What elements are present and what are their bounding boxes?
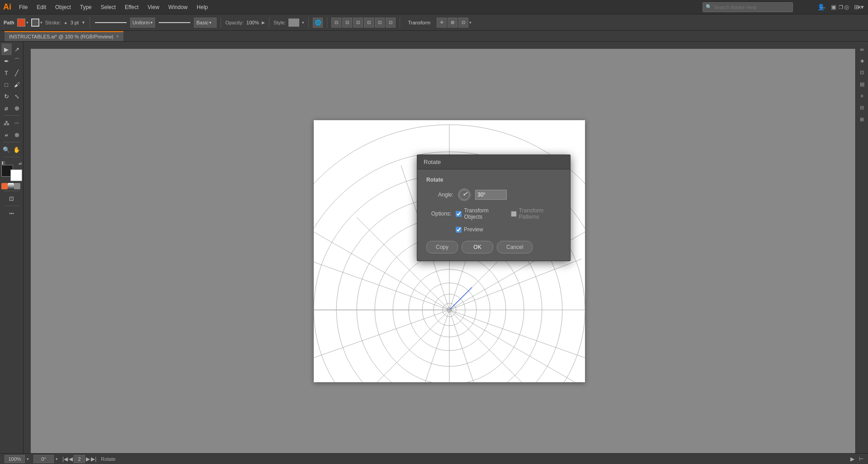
- artboard-tool[interactable]: ⊡: [1, 192, 22, 204]
- maximize-button[interactable]: ❐: [832, 0, 850, 14]
- blend-tool[interactable]: ⊗: [12, 129, 22, 141]
- rp-btn4[interactable]: ▤: [857, 79, 868, 89]
- transform-icon2[interactable]: ⊞: [448, 18, 458, 28]
- stroke-value[interactable]: 3 pt: [71, 20, 79, 25]
- transform-objects-option[interactable]: Transform Objects: [456, 207, 504, 220]
- curvature-tool[interactable]: ⌒: [12, 55, 22, 67]
- selection-tool[interactable]: ▶: [1, 43, 12, 55]
- last-page-btn[interactable]: ▶|: [91, 456, 96, 462]
- cancel-button[interactable]: Cancel: [497, 241, 533, 253]
- ok-button[interactable]: OK: [462, 241, 493, 253]
- globe-icon[interactable]: 🌐: [313, 18, 323, 28]
- page-number-input[interactable]: [74, 455, 85, 463]
- none-btn[interactable]: [14, 183, 20, 189]
- warp-tool[interactable]: ⌀: [1, 102, 12, 114]
- rectangle-tool[interactable]: □: [1, 79, 12, 90]
- transform-patterns-option[interactable]: Transform Patterns: [511, 207, 561, 220]
- gradient-btn[interactable]: [8, 183, 14, 189]
- preview-row: Preview: [426, 226, 561, 233]
- menu-effect[interactable]: Effect: [120, 0, 143, 14]
- stroke-basic-dropdown[interactable]: Basic▾: [194, 18, 217, 28]
- align-center-icon[interactable]: ⊡: [342, 18, 352, 28]
- transform-arrow[interactable]: ▾: [469, 20, 472, 25]
- prev-page-btn[interactable]: ◀: [69, 456, 73, 462]
- stroke-uniform-dropdown[interactable]: Uniform▾: [130, 18, 156, 28]
- play-button[interactable]: ▶: [850, 456, 854, 462]
- swatch-area: ◧ ⇌: [1, 160, 22, 181]
- angle-input-status[interactable]: [33, 455, 54, 463]
- rotate-section-label: Rotate: [426, 177, 561, 183]
- document-filename: INSTRUCTABLES.ai* @ 100 % (RGB/Preview): [9, 34, 113, 39]
- align-middle-icon[interactable]: ⊡: [375, 18, 385, 28]
- menu-help[interactable]: Help: [192, 0, 212, 14]
- symbol-sprayer-tool[interactable]: ⁂: [1, 117, 12, 129]
- timeline-nav[interactable]: ⊢: [859, 456, 863, 462]
- angle-input[interactable]: [475, 190, 507, 200]
- rp-btn2[interactable]: ◈: [857, 55, 868, 66]
- menu-object[interactable]: Object: [51, 0, 75, 14]
- minimize-button[interactable]: —: [814, 0, 832, 14]
- stroke-swatch[interactable]: [31, 19, 39, 27]
- opacity-expand-icon[interactable]: ▶: [262, 20, 265, 25]
- tab-close-button[interactable]: ×: [116, 34, 119, 39]
- line-tool[interactable]: ╱: [12, 67, 22, 79]
- rp-btn7[interactable]: ⊞: [857, 114, 868, 125]
- close-button[interactable]: ✕: [850, 0, 868, 14]
- zoom-tool[interactable]: 🔍: [1, 144, 12, 155]
- eyedropper-tool[interactable]: 𝒶: [1, 129, 12, 141]
- stroke-down-icon[interactable]: ▼: [81, 20, 85, 25]
- stroke-up-icon[interactable]: ▲: [64, 20, 68, 25]
- swatch-swap-icon[interactable]: ⇌: [19, 161, 22, 166]
- menu-select[interactable]: Select: [96, 0, 120, 14]
- copy-button[interactable]: Copy: [426, 241, 458, 253]
- transform-objects-checkbox[interactable]: [456, 211, 462, 217]
- fill-swatch[interactable]: [17, 19, 25, 27]
- swatch-reset-icon[interactable]: ◧: [1, 160, 5, 165]
- rect-icon: □: [5, 81, 8, 88]
- color-fill-btn[interactable]: [1, 183, 8, 189]
- transform-icon1[interactable]: ✛: [437, 18, 447, 28]
- background-swatch[interactable]: [10, 169, 22, 181]
- rp-btn6[interactable]: ⊟: [857, 102, 868, 113]
- stroke-color-control[interactable]: ▾: [31, 19, 42, 27]
- rotate-tool[interactable]: ↻: [1, 90, 12, 102]
- menu-edit[interactable]: Edit: [32, 0, 51, 14]
- warp-tools: ⌀ ⊕: [1, 102, 22, 114]
- menu-file[interactable]: File: [14, 0, 32, 14]
- opacity-value[interactable]: 100%: [246, 20, 259, 25]
- align-bottom-icon[interactable]: ⊡: [386, 18, 396, 28]
- hand-tool[interactable]: ✋: [12, 144, 22, 155]
- transform-icon3[interactable]: ⊡: [458, 18, 468, 28]
- free-transform-tool[interactable]: ⊕: [12, 102, 22, 114]
- transform-button[interactable]: Transform: [404, 19, 434, 26]
- menu-window[interactable]: Window: [164, 0, 192, 14]
- pen-tool[interactable]: ✒: [1, 55, 12, 67]
- menu-type[interactable]: Type: [75, 0, 96, 14]
- align-top-icon[interactable]: ⊡: [364, 18, 374, 28]
- more-tools-btn[interactable]: •••: [1, 207, 22, 219]
- search-input[interactable]: [714, 5, 790, 10]
- align-left-icon[interactable]: ⊡: [331, 18, 341, 28]
- search-bar[interactable]: 🔍: [703, 2, 793, 12]
- scale-tool[interactable]: ⤡: [12, 90, 22, 102]
- next-page-btn[interactable]: ▶: [86, 456, 90, 462]
- transform-patterns-checkbox[interactable]: [511, 211, 517, 217]
- angle-dial[interactable]: [458, 188, 471, 201]
- preview-checkbox[interactable]: [456, 227, 462, 233]
- type-tool[interactable]: T: [1, 67, 12, 79]
- align-right-icon[interactable]: ⊡: [353, 18, 363, 28]
- menu-view[interactable]: View: [143, 0, 164, 14]
- column-chart-tool[interactable]: 𝄗: [12, 117, 22, 129]
- zoom-dropdown-arrow[interactable]: ▾: [27, 457, 29, 461]
- fill-control[interactable]: ▾: [17, 19, 28, 27]
- rp-btn5[interactable]: ≡: [857, 90, 868, 101]
- paintbrush-tool[interactable]: 🖌: [12, 79, 22, 90]
- document-tab[interactable]: INSTRUCTABLES.ai* @ 100 % (RGB/Preview) …: [5, 31, 123, 41]
- tool-separator3: [4, 157, 20, 157]
- direct-selection-tool[interactable]: ↗: [12, 43, 22, 55]
- first-page-btn[interactable]: |◀: [62, 456, 68, 462]
- style-swatch[interactable]: [288, 19, 299, 27]
- rp-btn3[interactable]: ⊡: [857, 67, 868, 78]
- zoom-input[interactable]: [5, 455, 25, 463]
- angle-dropdown-arrow[interactable]: ▾: [56, 457, 58, 461]
